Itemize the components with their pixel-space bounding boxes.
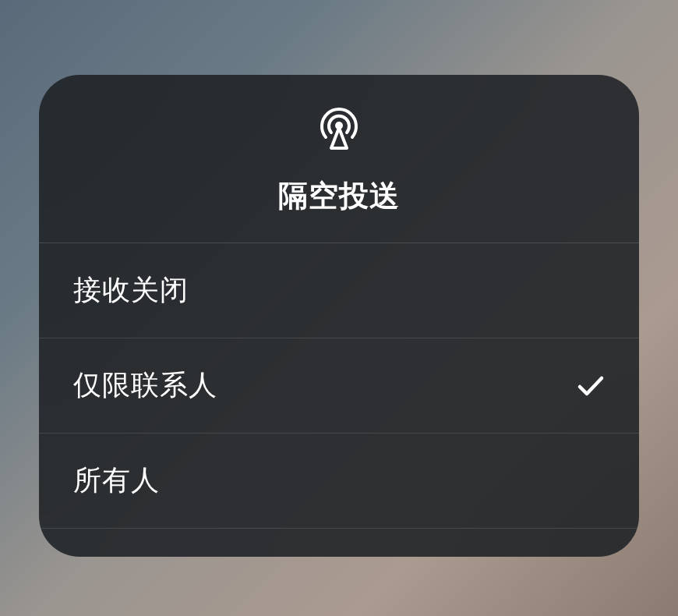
panel-title: 隔空投送: [278, 176, 400, 216]
option-label: 所有人: [73, 462, 160, 500]
option-label: 接收关闭: [73, 271, 189, 310]
option-receiving-off[interactable]: 接收关闭: [39, 243, 639, 338]
airdrop-panel: 隔空投送 接收关闭 仅限联系人 所有人: [39, 75, 639, 557]
option-contacts-only[interactable]: 仅限联系人: [39, 338, 639, 434]
option-everyone[interactable]: 所有人: [39, 434, 639, 529]
panel-header: 隔空投送: [39, 75, 639, 243]
checkmark-icon: [577, 372, 605, 400]
option-label: 仅限联系人: [73, 366, 217, 405]
airdrop-icon: [314, 104, 364, 154]
footer-space: [39, 529, 639, 557]
airdrop-options: 接收关闭 仅限联系人 所有人: [39, 243, 639, 529]
